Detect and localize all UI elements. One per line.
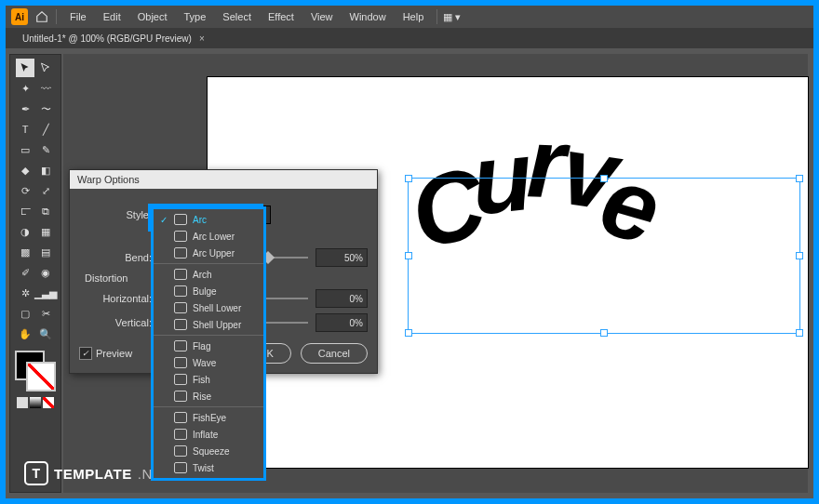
app-window: Ai File Edit Object Type Select Effect V… (6, 6, 813, 498)
menu-object[interactable]: Object (130, 7, 175, 26)
free-transform-tool[interactable]: ⧉ (36, 202, 55, 220)
horizontal-label: Horizontal: (79, 293, 159, 304)
document-tab[interactable]: Untitled-1* @ 100% (RGB/GPU Preview) × (15, 31, 212, 46)
style-option-label: FishEye (193, 413, 226, 423)
menu-window[interactable]: Window (342, 7, 394, 26)
style-option-arc-upper[interactable]: Arc Upper (154, 245, 263, 261)
menu-type[interactable]: Type (177, 7, 214, 26)
style-option-fish[interactable]: Fish (154, 371, 263, 388)
color-none[interactable] (43, 397, 54, 408)
color-solid[interactable] (17, 397, 28, 408)
eyedropper-tool[interactable]: ✐ (16, 263, 34, 282)
style-option-arc-lower[interactable]: Arc Lower (154, 228, 263, 245)
color-mode-row (17, 397, 54, 408)
width-tool[interactable]: ⫍ (16, 202, 34, 220)
graph-tool[interactable]: ▁▃▅ (36, 284, 55, 302)
style-option-shell-lower[interactable]: Shell Lower (154, 299, 263, 316)
style-option-inflate[interactable]: Inflate (154, 426, 263, 443)
menu-file[interactable]: File (62, 7, 94, 26)
style-dropdown-menu: ✓ArcArc LowerArc UpperArchBulgeShell Low… (151, 206, 266, 481)
rectangle-tool[interactable]: ▭ (16, 140, 34, 159)
hand-tool[interactable]: ✋ (16, 325, 34, 343)
selection-tool[interactable] (16, 59, 34, 77)
tab-bar: Untitled-1* @ 100% (RGB/GPU Preview) × (6, 28, 813, 48)
watermark-brand: TEMPLATE (54, 466, 132, 482)
workspace: ✦〰 ✒〜 T╱ ▭✎ ◆◧ ⟳⤢ ⫍⧉ ◑▦ ▩▤ ✐◉ ✲▁▃▅ ▢✂ ✋🔍… (6, 48, 813, 498)
watermark-icon: T (24, 461, 48, 485)
gradient-tool[interactable]: ▤ (36, 243, 55, 261)
mesh-tool[interactable]: ▩ (16, 243, 34, 261)
style-icon (174, 214, 187, 225)
style-option-label: Shell Lower (193, 303, 241, 313)
artboard-tool[interactable]: ▢ (16, 304, 34, 323)
style-icon (174, 269, 187, 280)
bend-value[interactable]: 50% (316, 248, 368, 267)
menu-edit[interactable]: Edit (96, 7, 128, 26)
fill-stroke-swatch[interactable] (15, 351, 56, 391)
style-icon (174, 391, 187, 402)
style-option-bulge[interactable]: Bulge (154, 283, 263, 299)
style-icon (174, 302, 187, 313)
selection-bounding-box[interactable] (408, 178, 800, 334)
horizontal-value[interactable]: 0% (316, 289, 368, 308)
perspective-tool[interactable]: ▦ (36, 222, 55, 241)
paintbrush-tool[interactable]: ✎ (36, 140, 55, 159)
style-option-squeeze[interactable]: Squeeze (154, 443, 263, 459)
zoom-tool[interactable]: 🔍 (36, 325, 55, 343)
menu-view[interactable]: View (303, 7, 341, 26)
close-tab-icon[interactable]: × (199, 33, 205, 44)
style-icon (174, 247, 187, 259)
symbol-sprayer-tool[interactable]: ✲ (16, 284, 34, 302)
dialog-title: Warp Options (70, 170, 377, 189)
style-option-arc[interactable]: ✓Arc (154, 211, 263, 228)
lasso-tool[interactable]: 〰 (36, 79, 55, 98)
eraser-tool[interactable]: ◧ (36, 161, 55, 179)
style-option-shell-upper[interactable]: Shell Upper (154, 316, 263, 333)
style-option-label: Bulge (193, 286, 217, 297)
workspace-switcher-icon[interactable]: ▦ ▾ (443, 11, 461, 23)
style-option-fisheye[interactable]: FishEye (154, 409, 263, 426)
slice-tool[interactable]: ✂ (36, 304, 55, 323)
menu-effect[interactable]: Effect (261, 7, 302, 26)
style-option-label: Fish (193, 375, 210, 385)
menubar: Ai File Edit Object Type Select Effect V… (6, 6, 813, 28)
separator (436, 9, 437, 24)
separator (56, 9, 57, 24)
style-option-label: Inflate (193, 430, 218, 440)
style-option-label: Wave (193, 358, 216, 368)
style-option-label: Shell Upper (193, 320, 241, 330)
magic-wand-tool[interactable]: ✦ (16, 79, 34, 98)
shaper-tool[interactable]: ◆ (16, 161, 34, 179)
stroke-swatch[interactable] (26, 362, 56, 391)
style-option-label: Twist (193, 463, 214, 473)
bend-label: Bend: (79, 252, 159, 263)
type-tool[interactable]: T (16, 120, 34, 139)
rotate-tool[interactable]: ⟳ (16, 181, 34, 200)
pen-tool[interactable]: ✒ (16, 99, 34, 118)
preview-label: Preview (96, 348, 132, 359)
menu-select[interactable]: Select (215, 7, 259, 26)
style-option-twist[interactable]: Twist (154, 459, 263, 476)
style-option-label: Arc (193, 215, 207, 225)
check-icon: ✓ (159, 215, 168, 225)
cancel-button[interactable]: Cancel (301, 343, 368, 364)
vertical-value[interactable]: 0% (316, 313, 368, 332)
style-option-rise[interactable]: Rise (154, 388, 263, 405)
tool-panel: ✦〰 ✒〜 T╱ ▭✎ ◆◧ ⟳⤢ ⫍⧉ ◑▦ ▩▤ ✐◉ ✲▁▃▅ ▢✂ ✋🔍 (9, 54, 61, 493)
blend-tool[interactable]: ◉ (36, 263, 55, 282)
direct-selection-tool[interactable] (36, 59, 55, 77)
preview-checkbox[interactable]: ✓Preview (79, 347, 132, 360)
style-icon (174, 412, 187, 423)
style-option-flag[interactable]: Flag (154, 338, 263, 354)
line-tool[interactable]: ╱ (36, 120, 55, 139)
shape-builder-tool[interactable]: ◑ (16, 222, 34, 241)
menu-help[interactable]: Help (396, 7, 432, 26)
style-icon (174, 340, 187, 351)
home-icon[interactable] (34, 8, 50, 25)
curvature-tool[interactable]: 〜 (36, 99, 55, 118)
style-option-arch[interactable]: Arch (154, 266, 263, 283)
watermark: T TEMPLATE.NET (24, 461, 171, 485)
color-gradient[interactable] (30, 397, 41, 408)
scale-tool[interactable]: ⤢ (36, 181, 55, 200)
style-option-wave[interactable]: Wave (154, 354, 263, 371)
